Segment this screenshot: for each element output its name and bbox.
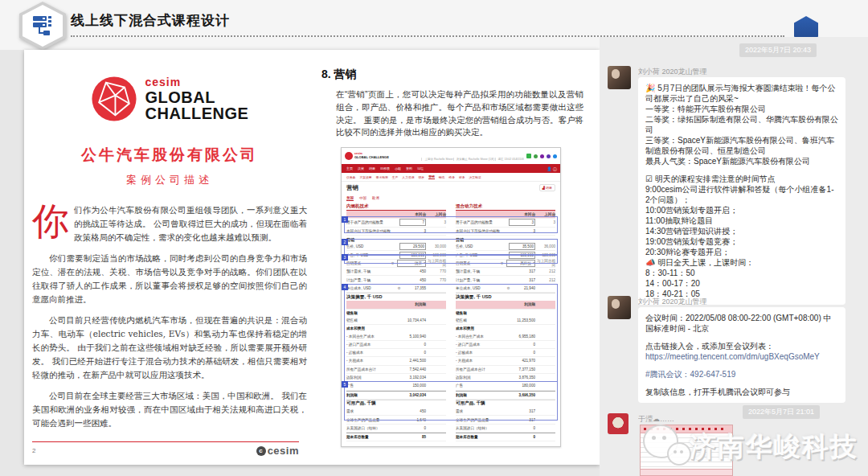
row-value-current: 3,192,034 — [402, 375, 426, 380]
table-row: 销售额 — [456, 310, 555, 317]
row-label: 边际利润 — [346, 375, 396, 380]
table-row: 用于该产品的功能数量 3 3 — [456, 219, 555, 227]
thumbnail-table-rows — [641, 433, 732, 469]
row-label: 可用产品, 千辆 — [456, 400, 506, 407]
table-row: 售价, USD 35,500 36,000 — [456, 243, 555, 251]
nav-item[interactable]: 资料 — [406, 166, 412, 170]
subnav-item[interactable]: 需求预测 — [376, 175, 388, 179]
row-value-current: 0 — [511, 435, 535, 439]
avatar[interactable] — [608, 413, 628, 434]
column-ice-tech: 内燃机技术 本回合 上回合 用于该产品的功能数量 7 — [346, 203, 446, 441]
user-icon[interactable]: 👤 ⓘ — [547, 166, 557, 171]
subnav-item[interactable]: 营销 — [428, 174, 435, 179]
subnav-item[interactable]: 生产 — [392, 175, 399, 179]
results-button[interactable]: ▟ 结果 — [539, 184, 555, 191]
thumbnail-table-band — [641, 469, 732, 476]
nav-item[interactable]: 论坛 — [417, 166, 424, 170]
table-row: 计划产量, 千辆 450 770 — [346, 276, 446, 284]
table-row: 售价, USD 29,500 30,000 — [346, 243, 446, 251]
row-label: 期末库存数量 — [346, 435, 396, 439]
table-row: 营销 — [456, 236, 555, 243]
subnav-item[interactable]: 物流 — [439, 175, 445, 179]
subnav-item[interactable]: 决策预览 — [469, 175, 481, 179]
row-label: 营销 — [346, 237, 396, 242]
nav-item[interactable]: 小组 — [395, 166, 401, 170]
row-label: 决策摘要, 千 USD — [456, 294, 506, 301]
table-row: - 运输成本 0 — [346, 349, 446, 357]
nav-item[interactable]: 主页 — [346, 166, 353, 170]
table-row: 利润额 3,042,034 — [346, 391, 446, 400]
avatar[interactable] — [608, 66, 631, 89]
nav-item[interactable]: 日程表 — [380, 166, 390, 170]
message-line — [645, 166, 838, 174]
table-row: 营销重点 ⚙ 消费 与上回合相同 — [346, 260, 446, 268]
subnav-item[interactable]: 方案设置 — [359, 175, 371, 179]
message-line — [645, 362, 838, 369]
chat-message-1: 刘小荷 2020龙山管理 🎉 5月7日的团队展示与海报大赛圆满结束啦！每个公司都… — [606, 66, 862, 305]
table-row: 所有产品成本合计 7,377,150 — [456, 366, 555, 374]
row-value-current: 317 — [511, 269, 535, 273]
market-tab[interactable]: 美国 — [346, 196, 354, 201]
table-row: 单位成本, USD ⚙ 17,355 — [346, 285, 446, 293]
row-label: 销售额 — [346, 318, 396, 322]
row-label: 需求 — [456, 409, 506, 413]
row-value-current[interactable]: 高科技 — [506, 260, 535, 267]
screen: 线上线下混合式课程设计 cesim GLOBAL CHALLENGE — [0, 0, 868, 476]
row-value-previous: 770 — [426, 269, 446, 273]
row-value-current: 0 — [402, 426, 426, 430]
user-info-segment: 上回合 Rochelle Sheer — [421, 158, 452, 161]
row-label: 期末库存数量 — [456, 435, 506, 439]
message-line[interactable]: #腾讯会议：492-647-519 — [645, 369, 838, 380]
row-label: 可用产品, 千辆 — [346, 400, 396, 407]
table-row: 计划产量, 千辆 317 212 — [456, 276, 555, 284]
row-value-previous: 3 — [535, 220, 555, 224]
row-label: 售价, USD — [346, 244, 392, 248]
column-hybrid-tech: 混合动力技术 本回合 上回合 用于该产品的功能数量 3 — [456, 203, 555, 441]
table-row: 本回合 上回合 — [346, 211, 446, 219]
row-value-current[interactable]: 7 — [399, 219, 426, 226]
screenshot-sub-nav: 仪表盘方案设置需求预测生产人力资源研发营销物流税务财务决策预览 — [342, 173, 560, 182]
avatar[interactable] — [608, 296, 631, 319]
message-line: 二等奖：绿拓国际制造有限公司、华腾汽车股份有限公司 — [645, 114, 838, 135]
row-value-previous: 36,000 — [535, 244, 555, 248]
row-value-previous: 上回合 — [426, 212, 446, 216]
image-message-thumbnail[interactable] — [640, 425, 733, 476]
market-tab[interactable]: 中国 — [359, 196, 366, 200]
row-value-current[interactable]: 消费 — [397, 260, 426, 267]
nav-item[interactable]: 结果 — [369, 166, 375, 170]
document-body: 你们作为公牛汽车股份有限公司重组领导团队，一系列意义重大的挑战正等待达成。 公司… — [32, 203, 307, 430]
row-value-current: 3,876,350 — [511, 375, 535, 380]
row-value-current[interactable]: 150,000 — [399, 252, 426, 259]
row-value-current[interactable]: 29,500 — [399, 243, 426, 250]
row-value-current[interactable]: 180,000 — [509, 252, 535, 259]
row-value-current: 317 — [511, 409, 535, 413]
row-value-current[interactable]: 3 — [509, 219, 535, 226]
row-label: 需求 — [346, 409, 396, 413]
row-value-current: 0 — [511, 343, 535, 347]
row-label: 广告, 千 USD — [346, 253, 392, 257]
subnav-item[interactable]: 人力资源 — [402, 175, 414, 179]
row-value-previous: 120,000 — [535, 253, 555, 257]
row-label: 决策摘要, 千 USD — [346, 294, 396, 301]
row-value-current: 317 — [511, 278, 535, 282]
annotation-badge-5: 5 — [342, 381, 348, 388]
row-value-previous: 770 — [426, 278, 446, 282]
message-line[interactable]: https://meeting.tencent.com/dm/ugBXeqGso… — [645, 351, 838, 362]
row-value-current[interactable]: 35,500 — [509, 243, 535, 250]
cesim-logo: cesim GLOBAL CHALLENGE — [32, 76, 307, 122]
row-label: 成本和费用 — [456, 326, 506, 330]
subnav-item[interactable]: 财务 — [459, 175, 465, 179]
subnav-item[interactable]: 研发 — [419, 175, 425, 179]
gear-icon: ⚙ — [499, 261, 505, 265]
row-label: 全球生产的产品总量 — [456, 418, 506, 422]
message-line: 10:00营销策划专题开启； — [645, 205, 838, 215]
subnav-item[interactable]: 仪表盘 — [346, 175, 355, 179]
table-row: 利润额 3,696,350 — [456, 391, 555, 400]
table-row: 决策摘要, 千 USD — [346, 293, 446, 301]
subnav-item[interactable]: 税务 — [448, 175, 455, 179]
row-value-current: 0 — [402, 343, 426, 347]
table-row: 边际利润 3,876,350 — [456, 374, 555, 382]
nav-item[interactable]: 决策 — [358, 166, 364, 170]
market-tab[interactable]: 欧洲 — [372, 196, 379, 200]
table-row: 全球生产的产品总量 317 — [456, 416, 555, 424]
